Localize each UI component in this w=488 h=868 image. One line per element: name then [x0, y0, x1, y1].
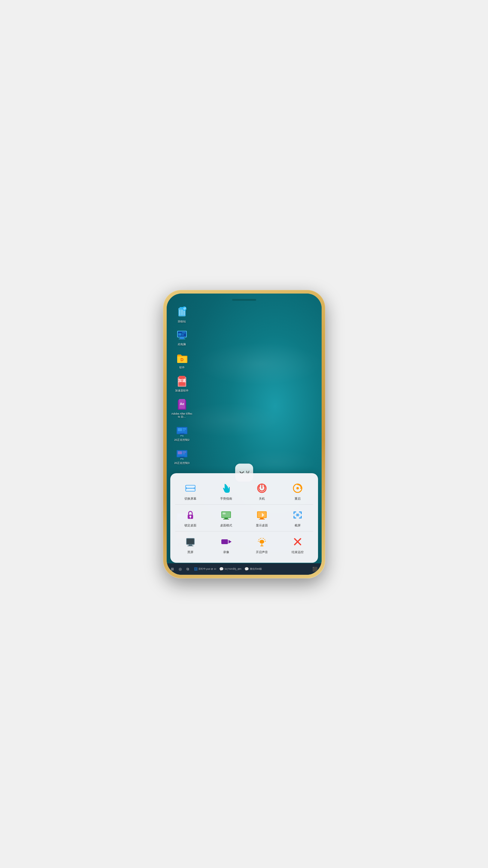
svg-rect-58 [260, 518, 264, 519]
wechat-work-label: 微信共80版 [250, 567, 262, 570]
control-end-remote[interactable]: 结束远控 [280, 531, 316, 558]
svg-rect-10 [179, 339, 185, 339]
svg-rect-27 [183, 430, 185, 431]
show-desktop-label: 显示桌面 [256, 523, 268, 528]
svg-rect-65 [189, 545, 192, 546]
control-black-screen[interactable]: 黑屏 [173, 531, 208, 558]
svg-text:加速: 加速 [178, 378, 186, 383]
svg-point-47 [296, 487, 299, 490]
desktop-mode-icon [220, 508, 233, 522]
ae-icon: Ae [175, 398, 189, 411]
desktop-icons-column: ↺ 回收站 [171, 306, 193, 465]
black-screen-icon [184, 535, 197, 548]
desktop-icon-computer[interactable]: 此电脑 [171, 329, 193, 346]
taskbar-start[interactable]: ⊞ [169, 565, 176, 573]
switch-screen-icon [184, 482, 197, 495]
svg-rect-11 [178, 333, 182, 336]
control-record[interactable]: 录像 [208, 531, 244, 558]
power-label: 关机 [259, 497, 265, 501]
control-switch-screen[interactable]: 切换屏幕 [173, 478, 208, 504]
taskview-icon: ⧉ [187, 567, 189, 571]
taskbar-extra[interactable]: ⬛ [311, 565, 319, 573]
taskbar-wechat-user[interactable]: 💬 S/(7420刺)_@hua... [218, 565, 241, 573]
accelerator-label: 加速器软件 [175, 389, 189, 393]
control-restart[interactable]: 重启 [280, 478, 316, 504]
desktop: ↺ 回收站 [167, 293, 322, 575]
svg-rect-59 [259, 519, 265, 520]
control-panel: 切换屏幕 手势指南 [170, 473, 318, 563]
software-icon: D [175, 351, 189, 365]
control-gesture[interactable]: 手势指南 [208, 478, 244, 504]
desktop-icon-recycle[interactable]: ↺ 回收站 [171, 306, 193, 323]
taskbar-search[interactable]: ◎ [177, 565, 184, 573]
lock-desktop-label: 锁定桌面 [184, 523, 196, 528]
control-sound[interactable]: 开启声音 [244, 531, 280, 558]
screenshot-label: 截屏 [295, 523, 301, 528]
ps1-label: 20正在控制2 [174, 438, 190, 442]
taskbar-wechat-work[interactable]: 💬 微信共80版 [242, 565, 264, 573]
svg-marker-68 [229, 540, 231, 544]
svg-text:D: D [180, 357, 183, 362]
wechat-user-label: S/(7420刺)_@hua... [225, 567, 241, 570]
svg-rect-64 [187, 539, 194, 544]
wechat-work-icon: 💬 [245, 567, 249, 571]
svg-rect-25 [178, 428, 182, 431]
start-icon: ⊞ [171, 567, 174, 571]
screenshot-icon [291, 508, 304, 522]
end-remote-icon [291, 535, 304, 548]
desktop-icon-ps2[interactable]: PS 20正在控制3 [171, 447, 193, 465]
svg-rect-26 [183, 428, 186, 430]
wechat-user-icon: 💬 [219, 567, 224, 571]
restart-icon [291, 482, 304, 495]
control-power[interactable]: 关机 [244, 478, 280, 504]
black-screen-label: 黑屏 [187, 550, 193, 554]
recycle-icon: ↺ [175, 306, 189, 319]
svg-rect-13 [182, 334, 184, 336]
taskbar-taskview[interactable]: ⧉ [185, 565, 191, 573]
recycle-label: 回收站 [178, 320, 186, 323]
sound-icon [255, 535, 268, 548]
ps-file-label: 应钉中.psd @ 100... [198, 567, 216, 570]
svg-rect-34 [183, 454, 185, 454]
desktop-icon-software[interactable]: D 软件 [171, 351, 193, 369]
control-show-desktop[interactable]: 显示桌面 [244, 505, 280, 531]
svg-rect-54 [223, 519, 229, 520]
restart-label: 重启 [295, 497, 301, 501]
sound-label: 开启声音 [256, 550, 268, 554]
svg-text:Ae: Ae [180, 402, 184, 406]
desktop-icon-ae[interactable]: Ae Adobe After Effects 自... [171, 398, 193, 419]
phone-frame: ↺ 回收站 [163, 290, 325, 578]
ps2-label: 20正在控制3 [174, 462, 190, 465]
svg-marker-71 [261, 540, 263, 544]
lock-icon [184, 508, 197, 522]
ps2-icon: PS [175, 447, 189, 460]
power-icon [255, 482, 268, 495]
computer-label: 此电脑 [178, 343, 186, 346]
control-lock-desktop[interactable]: 锁定桌面 [173, 505, 208, 531]
record-label: 录像 [223, 550, 229, 554]
desktop-icon-accelerator[interactable]: 加速 加速器软件 [171, 375, 193, 393]
phone-screen: ↺ 回收站 [167, 293, 322, 575]
ae-label: Adobe After Effects 自... [171, 412, 193, 419]
search-icon: ◎ [179, 567, 182, 571]
show-desktop-icon [255, 508, 268, 522]
svg-rect-32 [178, 451, 182, 454]
svg-text:↺: ↺ [183, 307, 186, 310]
svg-rect-9 [180, 337, 184, 339]
svg-rect-66 [187, 546, 193, 546]
gesture-icon [220, 482, 233, 495]
desktop-icon-ps1[interactable]: PS 20正在控制2 [171, 424, 193, 442]
desktop-mode-label: 桌面模式 [220, 523, 232, 528]
ps-file-icon: 🖼 [194, 567, 198, 571]
taskbar-ps-file[interactable]: 🖼 应钉中.psd @ 100... [192, 565, 216, 573]
svg-rect-12 [182, 332, 186, 334]
switch-screen-label: 切换屏幕 [184, 497, 196, 501]
svg-rect-53 [224, 518, 228, 519]
ps1-icon: PS [175, 424, 189, 437]
control-desktop-mode[interactable]: 桌面模式 [208, 505, 244, 531]
control-screenshot[interactable]: 截屏 [280, 505, 316, 531]
computer-icon [175, 329, 189, 342]
svg-rect-33 [183, 451, 186, 453]
control-grid: 切换屏幕 手势指南 [173, 478, 316, 558]
svg-text:PS: PS [180, 458, 184, 460]
